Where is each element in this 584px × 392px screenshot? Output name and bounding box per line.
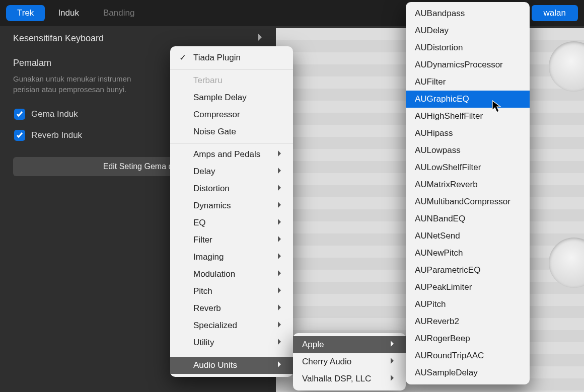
chevron-right-icon bbox=[277, 252, 282, 262]
chevron-right-icon bbox=[277, 303, 282, 313]
chevron-right-icon bbox=[257, 33, 263, 44]
chevron-right-icon bbox=[277, 269, 282, 279]
menu-item-plugin[interactable]: AUReverb2 bbox=[406, 313, 530, 330]
tab-trek[interactable]: Trek bbox=[6, 5, 45, 21]
menu-item-label: Dynamics bbox=[193, 201, 231, 211]
menu-item-vendor[interactable]: Valhalla DSP, LLC bbox=[293, 370, 406, 387]
menu-item-label: Imaging bbox=[193, 252, 224, 262]
menu-item-plugin[interactable]: AULowpass bbox=[406, 142, 530, 159]
menu-item-label: Apple bbox=[302, 340, 324, 350]
menu-item-plugin[interactable]: AUNewPitch bbox=[406, 245, 530, 262]
chevron-right-icon bbox=[390, 340, 395, 350]
menu-item-plugin[interactable]: AURogerBeep bbox=[406, 330, 530, 347]
menu-item-label: Distortion bbox=[193, 184, 230, 194]
menu-item-recent-2[interactable]: Noise Gate bbox=[170, 123, 293, 140]
kawalan-button[interactable]: walan bbox=[532, 5, 578, 21]
menu-item-category[interactable]: Distortion bbox=[170, 180, 293, 197]
plugin-list-submenu: AUBandpassAUDelayAUDistortionAUDynamicsP… bbox=[406, 2, 530, 384]
menu-item-plugin[interactable]: AURoundTripAAC bbox=[406, 347, 530, 364]
menu-item-plugin[interactable]: AUDynamicsProcessor bbox=[406, 56, 530, 73]
gema-induk-label: Gema Induk bbox=[31, 109, 78, 119]
menu-item-label: Cherry Audio bbox=[302, 357, 351, 367]
menu-item-label: Filter bbox=[193, 235, 212, 245]
menu-item-label: Valhalla DSP, LLC bbox=[302, 374, 371, 384]
menu-item-category[interactable]: Imaging bbox=[170, 249, 293, 266]
menu-item-plugin[interactable]: AUFilter bbox=[406, 73, 530, 91]
menu-item-category[interactable]: EQ bbox=[170, 214, 293, 231]
menu-item-recent-0[interactable]: Sample Delay bbox=[170, 89, 293, 106]
tab-group: Trek Induk Banding bbox=[6, 5, 145, 21]
menu-item-category[interactable]: Utility bbox=[170, 334, 293, 351]
menu-item-plugin[interactable]: AUBandpass bbox=[406, 5, 530, 22]
menu-item-plugin[interactable]: AUHighShelfFilter bbox=[406, 108, 530, 125]
menu-item-label: Utility bbox=[193, 338, 214, 348]
menu-item-plugin[interactable]: AUGraphicEQ bbox=[406, 91, 530, 108]
menu-item-plugin[interactable]: AUPeakLimiter bbox=[406, 279, 530, 296]
menu-item-label: Modulation bbox=[193, 269, 235, 279]
menu-item-plugin[interactable]: AUMultibandCompressor bbox=[406, 193, 530, 210]
menu-item-tiada-plugin[interactable]: Tiada Plugin bbox=[170, 49, 293, 66]
menu-item-audiounits[interactable]: Audio Units bbox=[170, 357, 293, 374]
menu-item-label: Pitch bbox=[193, 286, 212, 296]
menu-item-category[interactable]: Filter bbox=[170, 231, 293, 249]
menu-item-category[interactable]: Delay bbox=[170, 163, 293, 180]
chevron-right-icon bbox=[277, 235, 282, 245]
menu-item-plugin[interactable]: AUDelay bbox=[406, 22, 530, 39]
reverb-induk-checkbox[interactable] bbox=[14, 130, 25, 141]
chevron-right-icon bbox=[390, 374, 395, 384]
menu-item-plugin[interactable]: AUSampleDelay bbox=[406, 364, 530, 381]
menu-item-plugin[interactable]: AUParametricEQ bbox=[406, 262, 530, 279]
menu-heading-terbaru: Terbaru bbox=[170, 72, 293, 89]
menu-item-vendor[interactable]: Apple bbox=[293, 336, 406, 353]
chevron-right-icon bbox=[277, 286, 282, 296]
menu-item-audiounits-label: Audio Units bbox=[193, 360, 237, 370]
kesensitifan-label: Kesensitifan Keyboard bbox=[13, 33, 104, 44]
menu-item-label: Specialized bbox=[193, 321, 237, 331]
menu-item-plugin[interactable]: AULowShelfFilter bbox=[406, 159, 530, 176]
menu-item-plugin[interactable]: AUNetSend bbox=[406, 227, 530, 245]
menu-item-plugin[interactable]: AUDistortion bbox=[406, 39, 530, 56]
gema-induk-checkbox[interactable] bbox=[14, 109, 25, 120]
chevron-right-icon bbox=[277, 201, 282, 211]
menu-item-recent-1[interactable]: Compressor bbox=[170, 106, 293, 123]
chevron-right-icon bbox=[277, 218, 282, 228]
menu-item-category[interactable]: Amps and Pedals bbox=[170, 146, 293, 163]
vendor-submenu: AppleCherry AudioValhalla DSP, LLC bbox=[293, 333, 406, 390]
plugin-menu: Tiada Plugin Terbaru Sample Delay Compre… bbox=[170, 46, 293, 377]
menu-item-category[interactable]: Reverb bbox=[170, 300, 293, 317]
chevron-right-icon bbox=[277, 338, 282, 348]
tab-banding[interactable]: Banding bbox=[92, 5, 145, 21]
chevron-right-icon bbox=[277, 360, 282, 370]
chevron-right-icon bbox=[390, 357, 395, 367]
menu-item-vendor[interactable]: Cherry Audio bbox=[293, 353, 406, 370]
chevron-right-icon bbox=[277, 321, 282, 331]
menu-item-label: EQ bbox=[193, 218, 206, 228]
pemalam-help: Gunakan untuk menukar instrumen perisian… bbox=[0, 71, 161, 104]
chevron-right-icon bbox=[277, 184, 282, 194]
reverb-induk-label: Reverb Induk bbox=[31, 130, 82, 140]
menu-item-label: Amps and Pedals bbox=[193, 149, 260, 160]
menu-item-category[interactable]: Modulation bbox=[170, 266, 293, 283]
menu-item-category[interactable]: Specialized bbox=[170, 317, 293, 334]
menu-item-plugin[interactable]: AUHipass bbox=[406, 125, 530, 142]
menu-item-category[interactable]: Pitch bbox=[170, 283, 293, 300]
menu-item-plugin[interactable]: AUNBandEQ bbox=[406, 210, 530, 227]
chevron-right-icon bbox=[277, 149, 282, 160]
menu-item-label: Reverb bbox=[193, 303, 221, 313]
chevron-right-icon bbox=[277, 167, 282, 177]
tab-induk[interactable]: Induk bbox=[47, 5, 90, 21]
menu-item-label: Delay bbox=[193, 167, 215, 177]
menu-item-plugin[interactable]: AUMatrixReverb bbox=[406, 176, 530, 193]
menu-item-category[interactable]: Dynamics bbox=[170, 197, 293, 214]
menu-item-plugin[interactable]: AUPitch bbox=[406, 296, 530, 313]
